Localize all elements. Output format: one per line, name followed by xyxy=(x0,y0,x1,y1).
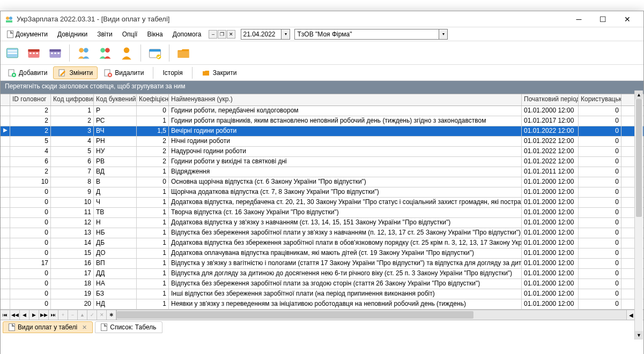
date-picker[interactable]: ▾ xyxy=(241,29,290,40)
toolbar-folder[interactable] xyxy=(175,44,192,62)
nav-prev[interactable]: ◀ xyxy=(20,310,29,320)
col-header-date[interactable]: Початковий період xyxy=(522,94,579,106)
delete-button[interactable]: Видалити xyxy=(99,66,149,79)
mdi-close[interactable]: ✕ xyxy=(227,30,235,39)
minimize-button[interactable]: ─ xyxy=(567,12,591,27)
nav-next-page[interactable]: ▶▶ xyxy=(39,310,49,320)
doc-tab-other[interactable]: Список: Табель xyxy=(95,321,162,333)
close-button[interactable]: ✕ xyxy=(615,12,639,27)
col-header-code-num[interactable]: Код цифровий xyxy=(51,94,94,106)
hscroll-left[interactable]: ◀ xyxy=(626,310,635,320)
nav-next[interactable]: ▶ xyxy=(29,310,39,320)
row-indicator xyxy=(1,269,10,278)
firm-dropdown-icon[interactable]: ▾ xyxy=(439,29,448,40)
nav-first[interactable]: ⏮ xyxy=(1,310,10,320)
cell-user: 0 xyxy=(579,187,621,197)
vscroll-thumb[interactable] xyxy=(636,99,642,217)
history-button[interactable]: Історія xyxy=(158,67,187,79)
cell-id: 0 xyxy=(10,198,51,207)
nav-edit[interactable]: ▲ xyxy=(78,310,87,320)
add-button[interactable]: Добавити xyxy=(3,66,52,79)
menu-reports[interactable]: Звіти xyxy=(93,29,117,40)
maximize-button[interactable]: ☐ xyxy=(591,12,615,27)
table-row[interactable]: 012Н1Додаткова відпустка у зв'язку з нав… xyxy=(1,218,643,228)
table-row[interactable]: 019БЗ1Інші відпустки без збереження заро… xyxy=(1,289,643,299)
table-row[interactable]: 010Ч1Додаткова відпустка, передбачена ст… xyxy=(1,198,643,208)
table-row[interactable]: 014ДБ1Додаткова відпустка без збереження… xyxy=(1,238,643,248)
table-row[interactable]: 45НУ2Надурочні години роботи01.01.2022 1… xyxy=(1,147,643,157)
cell-code-letter: НБ xyxy=(94,228,137,238)
firm-input[interactable] xyxy=(294,29,439,40)
doc-tab-active[interactable]: Види оплат у табелі ✕ xyxy=(3,321,93,333)
tab-close-icon[interactable]: ✕ xyxy=(82,324,87,331)
nav-prev-page[interactable]: ◀◀ xyxy=(10,310,20,320)
table-row[interactable]: 22РС1Години роботи працівників, яким вст… xyxy=(1,116,643,126)
table-row[interactable]: 011ТВ1Творча відпустка (ст. 16 Закону Ук… xyxy=(1,208,643,218)
toolbar-people-1[interactable] xyxy=(75,44,92,62)
vscroll-down[interactable]: ▼ xyxy=(635,331,643,340)
col-header-name[interactable]: Найменування (укр.) xyxy=(169,94,522,106)
vscroll-up[interactable]: ▲ xyxy=(635,91,643,99)
nav-delete[interactable]: − xyxy=(68,310,78,320)
cell-date: 01.01.2000 12:00 xyxy=(522,248,579,258)
mdi-minimize[interactable]: – xyxy=(209,30,217,39)
toolbar-calendar[interactable] xyxy=(146,44,164,62)
nav-post[interactable]: ✓ xyxy=(87,310,97,320)
cell-date: 01.01.2011 12:00 xyxy=(522,167,579,177)
table-row[interactable]: 1716ВП1Відпустка у зв'язку з вагітністю … xyxy=(1,259,643,269)
toolbar-person[interactable] xyxy=(118,44,135,62)
cell-code-letter: НА xyxy=(94,279,137,289)
nav-filter[interactable]: ✱ xyxy=(107,310,116,320)
table-row[interactable]: 21Р0Години роботи, передбачені колдогово… xyxy=(1,106,643,116)
hscroll-thumb[interactable] xyxy=(117,311,473,319)
cell-name: Додаткова відпустка без збереження зароб… xyxy=(169,238,522,248)
table-row[interactable]: 018НА1Відпустка без збереження заробітно… xyxy=(1,279,643,289)
toolbar-btn-1[interactable] xyxy=(4,44,21,62)
table-row[interactable]: 017ДД1Відпустка для догляду за дитиною д… xyxy=(1,269,643,279)
row-indicator xyxy=(1,228,10,238)
table-row[interactable]: 09Д1Щорічна додаткова відпустка (ст. 7, … xyxy=(1,187,643,198)
hscroll-track[interactable] xyxy=(116,310,626,320)
table-row[interactable]: 108В0Основна щорічна відпустка (ст. 6 За… xyxy=(1,177,643,187)
date-input[interactable] xyxy=(241,29,282,40)
toolbar-btn-3[interactable] xyxy=(47,44,64,62)
nav-insert[interactable]: + xyxy=(58,310,68,320)
nav-cancel[interactable]: ✕ xyxy=(97,310,107,320)
cell-code-letter: ДО xyxy=(94,248,137,258)
table-row[interactable]: 54РН2Нічні години роботи01.01.2022 12:00… xyxy=(1,137,643,147)
table-row[interactable]: 66РВ2Години роботи у вихідні та святкові… xyxy=(1,157,643,167)
col-header-id[interactable]: ID головног xyxy=(10,94,51,106)
table-row[interactable]: 013НБ1Відпустка без збереження заробітно… xyxy=(1,228,643,238)
table-row[interactable]: 015ДО1Додаткова оплачувана відпустка пра… xyxy=(1,248,643,259)
cell-name: Надурочні години роботи xyxy=(169,147,522,156)
cell-user: 0 xyxy=(579,157,621,167)
toolbar-people-2[interactable] xyxy=(97,44,114,62)
group-panel[interactable]: Перетягніть сюди заголовок стовпця, щоб … xyxy=(1,81,643,94)
row-indicator xyxy=(1,106,10,116)
menu-options[interactable]: Опції xyxy=(118,29,142,40)
cell-user: 0 xyxy=(579,147,621,156)
close-doc-button[interactable]: Закрити xyxy=(197,66,242,79)
table-row[interactable]: 27ВД1Відрядження01.01.2011 12:000 xyxy=(1,167,643,177)
edit-button[interactable]: Змінити xyxy=(53,66,98,79)
menu-windows[interactable]: Вікна xyxy=(143,29,167,40)
toolbar-btn-2[interactable] xyxy=(25,44,42,62)
col-header-coef[interactable]: Коефіцієнт xyxy=(137,94,169,106)
history-label: Історія xyxy=(162,69,182,77)
menu-directories[interactable]: Довідники xyxy=(53,29,92,40)
col-header-code-letter[interactable]: Код буквений xyxy=(94,94,137,106)
nav-last[interactable]: ⏭ xyxy=(49,310,58,320)
table-row[interactable]: ▶23ВЧ1,5Вечірні години роботи01.01.2022 … xyxy=(1,126,643,137)
date-dropdown-icon[interactable]: ▾ xyxy=(282,29,290,40)
grid-header: ID головног Код цифровий Код буквений Ко… xyxy=(1,94,643,106)
mdi-restore[interactable]: ❐ xyxy=(218,30,226,39)
menu-documents[interactable]: Документи xyxy=(3,29,52,40)
vertical-scrollbar[interactable]: ▲ ▼ xyxy=(634,91,643,340)
menu-help[interactable]: Допомога xyxy=(168,29,206,40)
col-header-user[interactable]: Користувацький xyxy=(579,94,621,106)
cell-code-letter: ВП xyxy=(94,259,137,268)
firm-combo[interactable]: ▾ xyxy=(294,29,448,40)
cell-user: 0 xyxy=(579,137,621,146)
delete-icon xyxy=(103,69,112,77)
table-row[interactable]: 020НД1Неявки у зв'язку з переведенням за… xyxy=(1,299,643,310)
